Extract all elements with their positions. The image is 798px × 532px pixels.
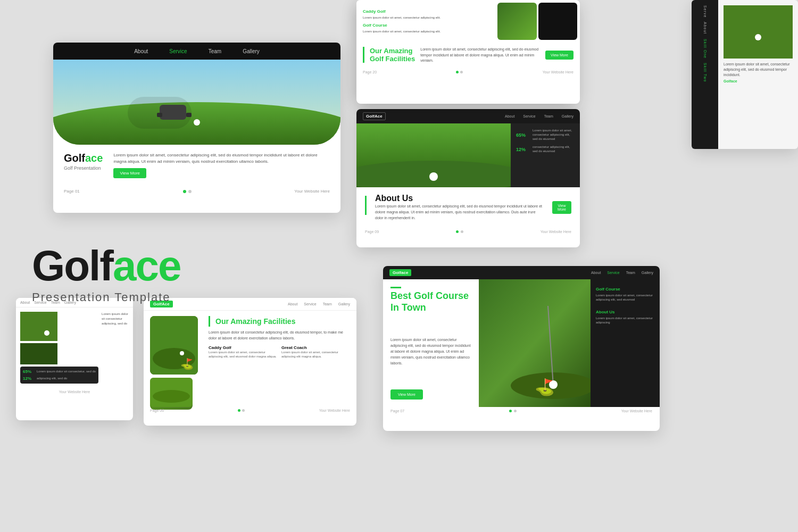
s7-nav-service[interactable]: Service: [304, 302, 316, 306]
slide8-left-content: Best Golf Course In Town Lorem ipsum dol…: [383, 279, 479, 407]
slide3-desc: Lorem ipsum dolor sit amet, consectetur …: [724, 62, 793, 77]
slide6-img-2: [20, 343, 57, 364]
s6-stat-1-desc: Lorem ipsum dolor sit consectetur, sed d…: [37, 370, 96, 374]
s7-dot-1: [238, 409, 240, 412]
slide5-hero-area: 65% Lorem ipsum dolor sit amet, consecte…: [356, 123, 580, 187]
slide8-course-1: Golf Course Lorem ipsum dolor sit amet, …: [596, 287, 654, 302]
fac-dot-1: [456, 71, 459, 73]
slide1-page-num: Page 01: [64, 189, 80, 194]
slide-golf-facilities: Caddy Golf Lorem ipsum dolor sit amet, c…: [356, 0, 580, 104]
slide1-logo: Golface: [64, 152, 103, 164]
slide-facilities-detail: GolfAce About Service Team Gallery: [144, 298, 356, 426]
slide6-website: Your Website Here: [59, 390, 90, 394]
fac-title-line2: Golf Facilities: [370, 55, 415, 63]
nav-about[interactable]: About: [134, 48, 148, 54]
slide1-view-more-button[interactable]: View More: [113, 168, 146, 178]
slide7-sub-1: Caddy Golf Lorem ipsum dolor sit amet, c…: [209, 345, 277, 359]
brand-subtitle: Presentation Template: [32, 290, 180, 304]
slide8-course-2-desc: Lorem ipsum dolor sit amet, consectetur …: [596, 316, 654, 325]
s5-nav-gallery[interactable]: Gallery: [562, 114, 573, 118]
slide8-course-1-label: Golf Course: [596, 287, 654, 292]
slide8-center-image: [479, 279, 591, 407]
stat-1-desc: Lorem ipsum dolor sit amet, consectetur …: [533, 129, 575, 141]
sidebar-about: About: [703, 22, 707, 34]
fac-title-line1: Our Amazing: [370, 47, 415, 55]
s5-nav-about[interactable]: About: [505, 114, 514, 118]
slide7-right: Our Amazing Facilities Lorem ipsum dolor…: [209, 316, 350, 401]
s7-nav-gallery[interactable]: Gallery: [338, 302, 350, 306]
s8-nav-about[interactable]: About: [591, 271, 601, 275]
s6-nav-about[interactable]: About: [20, 301, 30, 304]
caddy-golf-desc-fac: Lorem ipsum dolor sit amet, consectetur …: [363, 15, 488, 20]
slide3-dark-sidebar: Serve About Skill One Skill Two: [692, 0, 718, 149]
slide-hero: About Service Team Gallery: [53, 43, 340, 213]
caddy-golf-label-fac: Caddy Golf: [363, 9, 488, 14]
nav-service[interactable]: Service: [169, 48, 187, 54]
svg-point-15: [429, 172, 438, 181]
slide8-right-panel: Golf Course Lorem ipsum dolor sit amet, …: [591, 279, 660, 407]
svg-rect-18: [20, 312, 57, 341]
facilities-images: [495, 0, 580, 43]
slide5-view-more-button[interactable]: View More: [552, 201, 571, 214]
svg-rect-20: [20, 343, 57, 364]
facilities-footer: Page 20 Your Website Here: [356, 68, 580, 76]
slide7-person-area: [150, 316, 203, 401]
s8-nav-service[interactable]: Service: [607, 271, 619, 275]
slide7-golfer-image: [150, 316, 198, 375]
slide8-golf-course-svg: [479, 279, 591, 407]
facilities-left: Caddy Golf Lorem ipsum dolor sit amet, c…: [356, 0, 495, 43]
svg-point-29: [549, 380, 558, 389]
slide-best-golf-course: Golface About Service Team Gallery Best …: [383, 266, 660, 431]
s5-dot-1: [456, 230, 459, 233]
slide8-footer: Page 07 Your Website Here: [383, 407, 660, 415]
slide7-website: Your Website Here: [319, 409, 350, 412]
s7-nav-about[interactable]: About: [288, 302, 297, 306]
facilities-page-num: Page 20: [363, 70, 377, 74]
s5-dot-2: [461, 230, 463, 233]
s6-stat-2: 12% adipiscing elit, sed do: [23, 376, 96, 381]
s8-title-1: Best Golf Course: [390, 290, 471, 302]
s7-dot-2: [242, 409, 245, 412]
slide6-footer: Your Website Here: [16, 388, 133, 396]
slide7-cart-svg: [150, 378, 193, 407]
slide5-footer: Page 09 Your Website Here: [356, 228, 580, 236]
s7-nav-team[interactable]: Team: [323, 302, 332, 306]
slide8-view-more-button[interactable]: View More: [390, 389, 423, 400]
slide8-logo: Golface: [389, 269, 411, 276]
sidebar-skill-one: Skill One: [703, 39, 707, 59]
s6-stat-2-pct: 12%: [23, 376, 35, 381]
slide1-tagline: Golf Presentation: [64, 165, 103, 171]
slide1-pagination-dots: [183, 190, 192, 193]
s6-stat-1-pct: 65%: [23, 369, 35, 374]
stat-1-pct: 65%: [516, 132, 529, 138]
slide5-about-section: About Us Lorem ipsum dolor sit amet, con…: [356, 187, 580, 228]
s5-nav-service[interactable]: Service: [523, 114, 535, 118]
grass-scene: [53, 60, 340, 145]
slide8-website: Your Website Here: [621, 409, 652, 413]
s8-nav-team[interactable]: Team: [626, 271, 635, 275]
slide7-title-block: Our Amazing Facilities: [215, 317, 295, 326]
s7-title-1: Our Amazing: [215, 317, 262, 326]
slide7-desc: Lorem ipsum dolor sit consectetur adipis…: [209, 330, 350, 341]
slide6-right: Lorem ipsum dolor sit consectetur adipis…: [102, 312, 129, 384]
s8-nav-gallery[interactable]: Gallery: [642, 271, 653, 275]
slide7-sub-1-label: Caddy Golf: [209, 345, 277, 350]
slide7-accent: [209, 316, 210, 327]
facilities-website: Your Website Here: [543, 70, 573, 74]
nav-team[interactable]: Team: [209, 48, 221, 54]
facility-img-1: [497, 3, 537, 40]
nav-gallery[interactable]: Gallery: [243, 48, 260, 54]
slide5-about-text-block: About Us Lorem ipsum dolor sit amet, con…: [375, 194, 544, 221]
slide1-text-area: Lorem ipsum dolor sit amet, consectetur …: [113, 152, 330, 178]
slide8-course-2-label: About Us: [596, 310, 654, 314]
slide1-website: Your Website Here: [294, 189, 330, 194]
slide-bottom-left: About Service Team Gallery: [16, 298, 133, 420]
facilities-accent: [363, 47, 364, 63]
facilities-view-more-button[interactable]: View More: [545, 51, 573, 60]
stat-2-desc: consectetur adipiscing elit, sed do eius…: [533, 145, 575, 154]
slide6-body: 65% Lorem ipsum dolor sit consectetur, s…: [16, 307, 133, 388]
facilities-top: Caddy Golf Lorem ipsum dolor sit amet, c…: [356, 0, 580, 43]
s6-stat-1: 65% Lorem ipsum dolor sit consectetur, s…: [23, 369, 96, 374]
slide1-content: Golface Golf Presentation Lorem ipsum do…: [53, 145, 340, 186]
s5-nav-team[interactable]: Team: [544, 114, 553, 118]
